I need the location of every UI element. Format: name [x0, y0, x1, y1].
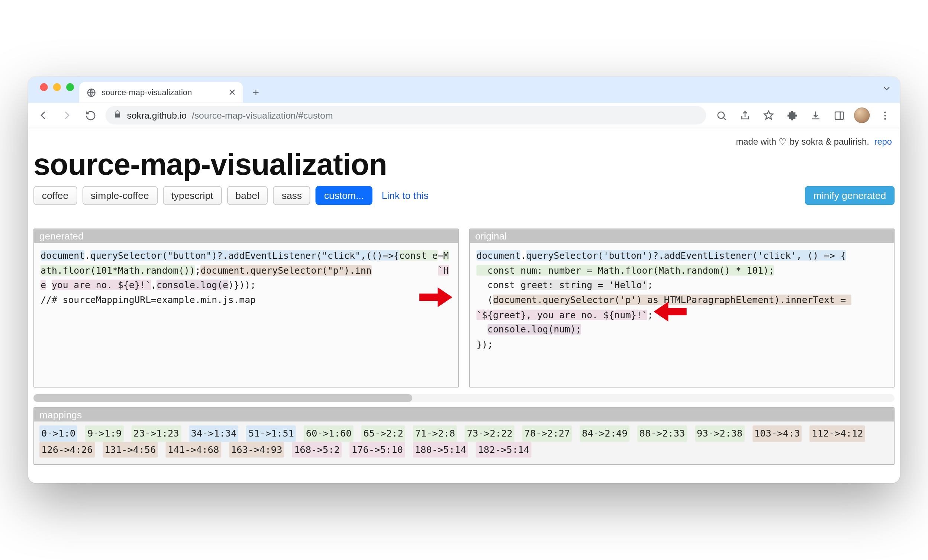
profile-avatar[interactable]: [854, 107, 870, 123]
tab-title: source-map-visualization: [102, 88, 223, 97]
lock-icon: [113, 110, 122, 121]
extensions-icon[interactable]: [783, 107, 800, 124]
reload-button[interactable]: [82, 107, 99, 124]
mappings-body[interactable]: 0->1:09->1:923->1:2334->1:3451->1:5160->…: [34, 422, 894, 464]
mapping-item[interactable]: 51->1:51: [246, 426, 296, 441]
mapping-item[interactable]: 9->1:9: [85, 426, 124, 441]
mapping-item[interactable]: 93->2:38: [695, 426, 744, 441]
browser-window: source-map-visualization ✕: [28, 76, 900, 484]
new-tab-button[interactable]: [247, 83, 265, 102]
mapping-item[interactable]: 60->1:60: [304, 426, 353, 441]
download-icon[interactable]: [807, 107, 824, 124]
generated-header: generated: [34, 229, 458, 243]
generated-code[interactable]: document.querySelector("button")?.addEve…: [34, 243, 458, 357]
minimize-window-button[interactable]: [53, 83, 61, 91]
credits-text: by sokra & paulirish.: [787, 137, 872, 146]
mapping-item[interactable]: 126->4:26: [40, 442, 95, 458]
minify-generated-button[interactable]: minify generated: [805, 186, 894, 205]
globe-icon: [86, 87, 96, 98]
generated-panel: generated document.querySelector("button…: [34, 229, 459, 388]
code-panels: generated document.querySelector("button…: [34, 229, 894, 388]
tabs-menu-button[interactable]: [882, 83, 892, 96]
mapping-item[interactable]: 0->1:0: [40, 426, 78, 441]
svg-point-3: [884, 111, 885, 113]
heart-icon: ♡: [778, 137, 787, 146]
mapping-item[interactable]: 168->5:2: [292, 442, 342, 458]
original-panel: original document.querySelector('button'…: [469, 229, 894, 388]
mapping-item[interactable]: 23->1:23: [131, 426, 181, 441]
mapping-item[interactable]: 73->2:22: [465, 426, 514, 441]
credits-prefix: made with: [736, 137, 778, 146]
mappings-header: mappings: [34, 408, 894, 422]
mapping-item[interactable]: 112->4:12: [810, 426, 865, 441]
page-content: made with ♡ by sokra & paulirish. repo s…: [28, 128, 900, 483]
mapping-item[interactable]: 34->1:34: [189, 426, 238, 441]
mapping-item[interactable]: 182->5:14: [476, 442, 531, 458]
tab-simple-coffee[interactable]: simple-coffee: [82, 186, 157, 205]
horizontal-scrollbar[interactable]: [34, 394, 894, 402]
browser-toolbar: sokra.github.io/source-map-visualization…: [28, 103, 900, 129]
mapping-item[interactable]: 163->4:93: [229, 442, 284, 458]
tab-typescript[interactable]: typescript: [163, 186, 222, 205]
close-tab-icon[interactable]: ✕: [228, 87, 236, 98]
source-mapping-comment: //# sourceMappingURL=example.min.js.map: [41, 294, 256, 305]
page-title: source-map-visualization: [34, 147, 894, 182]
window-controls: [35, 83, 79, 96]
tab-babel[interactable]: babel: [227, 186, 268, 205]
address-bar[interactable]: sokra.github.io/source-map-visualization…: [105, 106, 707, 124]
link-to-this[interactable]: Link to this: [382, 190, 428, 201]
tab-strip: source-map-visualization ✕: [28, 76, 900, 103]
mapping-item[interactable]: 180->5:14: [413, 442, 468, 458]
tab-coffee[interactable]: coffee: [34, 186, 77, 205]
tab-custom[interactable]: custom...: [316, 186, 372, 205]
example-row: coffee simple-coffee typescript babel sa…: [34, 186, 894, 205]
credits: made with ♡ by sokra & paulirish. repo: [34, 133, 894, 146]
mapping-item[interactable]: 103->4:3: [752, 426, 801, 441]
mapping-item[interactable]: 78->2:27: [522, 426, 572, 441]
search-icon[interactable]: [713, 107, 730, 124]
svg-point-4: [884, 114, 885, 116]
share-icon[interactable]: [736, 107, 753, 124]
mappings-panel: mappings 0->1:09->1:923->1:2334->1:3451-…: [34, 407, 894, 465]
kebab-menu-icon[interactable]: [876, 107, 893, 124]
bookmark-icon[interactable]: [760, 107, 777, 124]
mapping-item[interactable]: 88->2:33: [637, 426, 687, 441]
svg-rect-2: [835, 111, 843, 119]
url-path: /source-map-visualization/#custom: [192, 110, 333, 121]
back-button[interactable]: [35, 107, 52, 124]
mapping-item[interactable]: 131->4:56: [102, 442, 158, 458]
svg-point-1: [717, 111, 724, 118]
original-code[interactable]: document.querySelector('button')?.addEve…: [470, 243, 894, 387]
mapping-item[interactable]: 141->4:68: [166, 442, 221, 458]
mapping-item[interactable]: 71->2:8: [413, 426, 457, 441]
mapping-item[interactable]: 65->2:2: [362, 426, 405, 441]
url-host: sokra.github.io: [127, 110, 187, 121]
tab-sass[interactable]: sass: [273, 186, 310, 205]
side-panel-icon[interactable]: [830, 107, 848, 124]
browser-tab[interactable]: source-map-visualization ✕: [79, 82, 243, 103]
mapping-item[interactable]: 84->2:49: [580, 426, 629, 441]
forward-button[interactable]: [58, 107, 75, 124]
maximize-window-button[interactable]: [66, 83, 74, 91]
scrollbar-thumb[interactable]: [34, 394, 412, 402]
close-window-button[interactable]: [40, 83, 48, 91]
repo-link[interactable]: repo: [874, 137, 892, 146]
svg-point-5: [884, 118, 885, 119]
original-header: original: [470, 229, 894, 243]
mapping-item[interactable]: 176->5:10: [350, 442, 405, 458]
